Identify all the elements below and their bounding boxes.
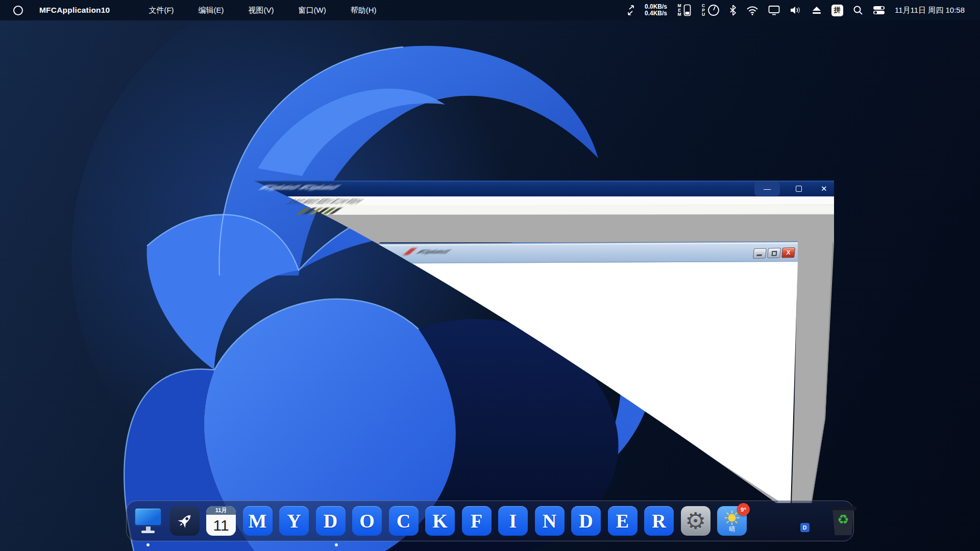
dock-item-settings[interactable]: ⚙	[681, 506, 710, 536]
dock-item-letter-e[interactable]: E	[608, 506, 638, 536]
running-indicator-app	[335, 543, 338, 546]
eject-icon[interactable]	[812, 6, 822, 15]
menu-help[interactable]: 帮助(H)	[338, 0, 389, 20]
bluetooth-icon[interactable]	[729, 5, 737, 16]
recycle-symbol: ♻	[830, 512, 856, 528]
minimize-icon: —	[764, 185, 771, 193]
running-indicator-finder	[146, 543, 150, 546]
maximize-button[interactable]	[796, 186, 802, 192]
status-tray: 0.0KB/s 0.4KB/s MEM CPU	[627, 4, 980, 17]
dock-item-recycle-bin[interactable]: ♻	[828, 506, 858, 536]
close-icon: ✕	[821, 184, 827, 193]
child-close-button[interactable]: X	[781, 247, 795, 258]
letter-label: C	[397, 510, 410, 532]
updown-arrows-icon[interactable]	[627, 5, 635, 15]
menu-file[interactable]: 文件(F)	[136, 0, 186, 20]
dock-item-calendar[interactable]: 11月 11	[206, 506, 236, 536]
maximize-icon	[771, 251, 777, 256]
dock-item-letter-m[interactable]: M	[243, 506, 273, 536]
desktop: MFCApplication10 - MFCApplication10 文件(F…	[0, 0, 980, 551]
calendar-month: 11月	[206, 506, 236, 515]
datetime[interactable]: 11月11日 周四 10:58	[895, 6, 965, 15]
letter-label: F	[471, 510, 482, 532]
dock-item-letter-y[interactable]: Y	[279, 506, 309, 536]
child-maximize-button[interactable]	[767, 248, 781, 259]
wifi-icon[interactable]	[746, 6, 758, 15]
dock-item-letter-d2[interactable]: D	[571, 506, 601, 536]
volume-icon[interactable]	[790, 5, 802, 15]
gear-icon: ⚙	[681, 506, 710, 536]
dock-item-letter-n[interactable]: N	[535, 506, 565, 536]
letter-label: R	[652, 510, 666, 532]
dock-item-letter-r[interactable]: R	[644, 506, 674, 536]
dock-item-launchpad[interactable]	[170, 506, 200, 536]
dock-item-letter-c[interactable]: C	[389, 506, 419, 536]
letter-label: N	[543, 510, 556, 532]
window-controls: — ✕	[754, 181, 830, 196]
search-icon[interactable]	[853, 5, 863, 15]
recycle-bin-icon: ♻	[830, 507, 856, 535]
download-speed: 0.4KB/s	[645, 10, 667, 17]
window-title-smeared: MFCApplication10 - MFCApplication10	[256, 184, 343, 191]
weather-temp-badge: 9°	[737, 503, 750, 516]
dock-item-letter-o[interactable]: O	[352, 506, 382, 536]
menu-window[interactable]: 窗口(W)	[286, 0, 338, 20]
dock-item-weather[interactable]: 晴 9°	[717, 506, 747, 536]
app-window-warped	[0, 0, 980, 551]
mem-label: MEM	[677, 4, 682, 17]
memory-gauge[interactable]: MEM	[677, 4, 691, 17]
rocket-icon	[170, 506, 200, 536]
minimize-button[interactable]: —	[754, 182, 780, 196]
menu-bar-left: MFCApplication10 文件(F) 编辑(E) 视图(V) 窗口(W)…	[0, 0, 389, 20]
letter-label: D	[324, 510, 337, 532]
network-speed[interactable]: 0.0KB/s 0.4KB/s	[645, 4, 667, 17]
ring-logo-icon[interactable]	[13, 6, 23, 15]
close-button[interactable]: ✕	[818, 184, 830, 193]
letter-label: K	[432, 510, 448, 532]
child-window-controls: X	[753, 247, 795, 259]
control-center-icon[interactable]	[873, 5, 885, 15]
dock-item-letter-k[interactable]: K	[425, 506, 455, 536]
child-minimize-button[interactable]	[753, 248, 767, 259]
menu-view[interactable]: 视图(V)	[236, 0, 286, 20]
letter-label: M	[249, 510, 267, 532]
letter-label: E	[616, 510, 629, 532]
dock: 11月 11 M Y D O C K F I N D E R ⚙	[126, 500, 854, 541]
calendar-day: 11	[206, 515, 236, 536]
weather-condition: 晴	[729, 526, 735, 532]
dock-item-letter-f[interactable]: F	[462, 506, 492, 536]
dock-item-letter-i[interactable]: I	[498, 506, 528, 536]
dock-item-letter-d1[interactable]: D	[316, 506, 346, 536]
cpu-gauge-icon	[707, 4, 720, 16]
calendar-icon: 11月 11	[206, 506, 236, 536]
letter-label: Y	[287, 510, 301, 532]
active-app-name[interactable]: MFCApplication10	[39, 6, 110, 15]
memory-gauge-icon	[683, 4, 691, 16]
letter-label: O	[359, 510, 375, 532]
minimized-window-badge[interactable]: D	[800, 523, 810, 532]
minimize-icon	[756, 255, 762, 256]
weather-icon: 晴 9°	[717, 506, 747, 536]
letter-label: I	[509, 510, 517, 532]
letter-label: D	[579, 510, 593, 532]
dock-item-finder[interactable]	[133, 506, 163, 536]
menu-edit[interactable]: 编辑(E)	[186, 0, 236, 20]
cpu-label: CPU	[701, 4, 706, 17]
cpu-gauge[interactable]: CPU	[701, 4, 720, 17]
monitor-icon	[134, 507, 162, 535]
display-icon[interactable]	[768, 5, 780, 15]
menu-bar: MFCApplication10 文件(F) 编辑(E) 视图(V) 窗口(W)…	[0, 0, 980, 20]
input-method-icon[interactable]: 拼	[831, 5, 843, 16]
window-menu-row-smeared: 文件(F) 编辑(E) 视图(V) 窗口(W) 帮助(H)	[283, 197, 367, 206]
